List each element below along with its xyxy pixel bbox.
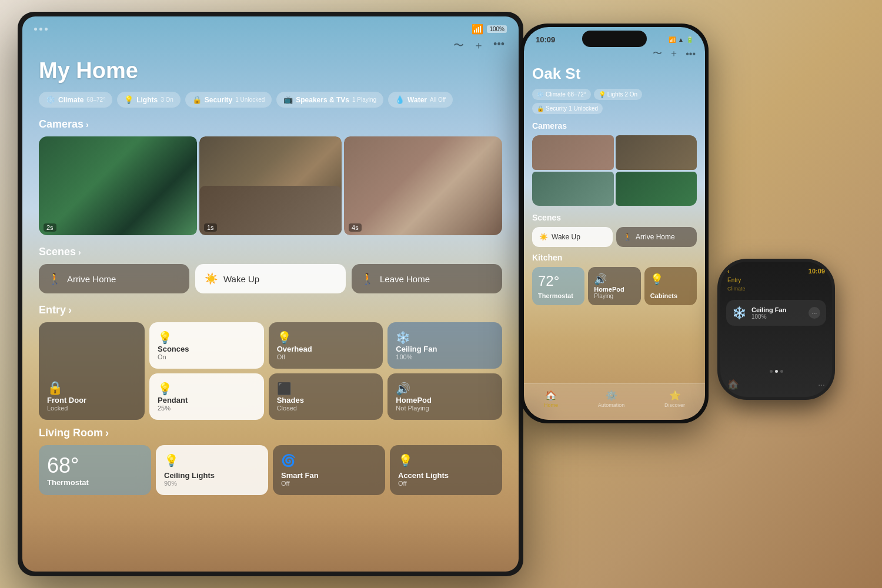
phone-scene-arrive-home[interactable]: 🚶 Arrive Home <box>616 227 697 247</box>
cameras-grid: 2s 3s 1s 4s <box>39 136 502 235</box>
phone-time: 10:09 <box>536 35 555 44</box>
pill-security[interactable]: 🔒 Security 1 Unlocked <box>185 92 272 108</box>
ceiling-lights-name: Ceiling Lights <box>164 471 260 480</box>
climate-sub: 68–72° <box>86 96 105 103</box>
overhead-status: Off <box>277 353 375 360</box>
watch-header: ‹ 10:09 <box>720 262 832 277</box>
watch-device-card[interactable]: ❄️ Ceiling Fan 100% ··· <box>726 300 826 326</box>
camera-living[interactable]: 4s <box>344 136 502 235</box>
phone-tab-discover[interactable]: ⭐ Discover <box>664 390 685 408</box>
phone-cam-3[interactable] <box>532 172 614 206</box>
phone-wifi-icon: ▲ <box>678 36 684 43</box>
home-tab-icon: 🏠 <box>545 390 557 401</box>
phone-cam-4[interactable] <box>616 172 697 206</box>
phone-homepod-card[interactable]: 🔊 HomePod Playing <box>588 267 640 305</box>
watch-back-button[interactable]: ‹ <box>727 268 730 275</box>
phone-battery-icon: 🔋 <box>686 36 693 43</box>
watch-more-button[interactable]: ··· <box>808 307 820 319</box>
phone-cam-4-bg <box>616 172 697 206</box>
pill-water[interactable]: 💧 Water All Off <box>388 92 453 108</box>
climate-label: Climate <box>58 96 83 104</box>
front-door-card[interactable]: 🔒 Front Door Locked <box>39 322 145 420</box>
phone-wave-icon[interactable]: 〜 <box>653 48 662 60</box>
phone-wake-icon: ☀️ <box>539 233 548 241</box>
water-icon: 💧 <box>395 95 405 104</box>
phone-security-label: Security <box>546 105 567 112</box>
phone-lights-icon: 💡 <box>599 91 606 98</box>
scenes-section-header[interactable]: Scenes › <box>39 246 502 258</box>
living-cam-bg <box>344 136 502 235</box>
homepod-name: HomePod <box>396 396 494 405</box>
thermostat-card[interactable]: 68° Thermostat <box>39 445 151 495</box>
watch-more-dots[interactable]: ··· <box>818 380 825 389</box>
phone-cabinets-icon: 💡 <box>650 273 691 286</box>
scene-leave-home[interactable]: 🚶 Leave Home <box>352 264 502 293</box>
security-sub: 1 Unlocked <box>235 96 265 103</box>
more-icon[interactable]: ••• <box>493 38 505 52</box>
pool-cam-bg <box>39 136 197 235</box>
phone-arrive-label: Arrive Home <box>636 233 675 241</box>
phone-thermostat-card[interactable]: 72° Thermostat <box>532 267 584 305</box>
camera-garage[interactable]: 3s 1s <box>199 136 342 235</box>
pill-lights[interactable]: 💡 Lights 3 On <box>117 92 181 108</box>
watch-device-value: 100% <box>751 313 804 320</box>
phone-add-icon[interactable]: ＋ <box>669 48 679 60</box>
camera-gym[interactable]: 1s <box>199 186 342 235</box>
speakers-sub: 1 Playing <box>352 96 376 103</box>
phone-cabinets-card[interactable]: 💡 Cabinets <box>644 267 697 305</box>
add-icon[interactable]: ＋ <box>473 38 484 52</box>
tablet-toolbar: 〜 ＋ ••• <box>22 38 519 58</box>
scene-wake-up[interactable]: ☀️ Wake Up <box>195 264 346 293</box>
phone-cam-3-bg <box>532 172 614 206</box>
smart-fan-name: Smart Fan <box>281 471 377 480</box>
cameras-section-header[interactable]: Cameras › <box>39 118 502 131</box>
phone-scene-wake-up[interactable]: ☀️ Wake Up <box>532 227 613 247</box>
sconces-card[interactable]: 💡 Sconces On <box>149 322 264 369</box>
ceiling-lights-card[interactable]: 💡 Ceiling Lights 90% <box>156 445 268 495</box>
phone-more-icon[interactable]: ••• <box>686 49 696 59</box>
phone-tab-automation[interactable]: ⚙️ Automation <box>598 390 625 408</box>
tablet-signal-icon: 📶 <box>472 24 483 35</box>
smart-fan-card[interactable]: 🌀 Smart Fan Off <box>273 445 385 495</box>
phone-kitchen-label: Kitchen <box>532 253 697 262</box>
thermostat-temp: 68° <box>47 453 143 478</box>
water-sub: All Off <box>430 96 446 103</box>
living-room-header[interactable]: Living Room › <box>39 427 502 439</box>
ceiling-fan-card[interactable]: ❄️ Ceiling Fan 100% <box>387 322 502 369</box>
phone-cameras-label[interactable]: Cameras <box>532 121 697 131</box>
phone-pill-lights[interactable]: 💡 Lights 2 On <box>594 89 642 100</box>
watch-card-info: Ceiling Fan 100% <box>751 306 804 320</box>
tablet-title: My Home <box>39 58 502 83</box>
watch-device-icon: ❄️ <box>732 306 747 320</box>
pill-climate[interactable]: ❄️ Climate 68–72° <box>39 92 112 108</box>
watch-device-name: Ceiling Fan <box>751 306 804 313</box>
pill-speakers[interactable]: 📺 Speakers & TVs 1 Playing <box>276 92 383 108</box>
phone-scenes-label[interactable]: Scenes <box>532 213 697 222</box>
pendant-card[interactable]: 💡 Pendant 25% <box>149 373 264 420</box>
shades-card[interactable]: ⬛ Shades Closed <box>269 373 383 420</box>
phone-pill-climate[interactable]: ❄️ Climate 68–72° <box>532 89 591 100</box>
front-door-icon: 🔒 <box>47 380 136 396</box>
homepod-card[interactable]: 🔊 HomePod Not Playing <box>387 373 502 420</box>
phone-status-icons: 📶 ▲ 🔋 <box>669 36 693 43</box>
living-cam-label: 4s <box>349 223 362 232</box>
overhead-card[interactable]: 💡 Overhead Off <box>269 322 383 369</box>
climate-icon: ❄️ <box>46 95 55 104</box>
wave-icon[interactable]: 〜 <box>453 38 464 52</box>
entry-section-header[interactable]: Entry › <box>39 304 502 316</box>
tablet-screen: 📶 100% 〜 ＋ ••• My Home ❄️ Climate 68–72°… <box>22 16 519 572</box>
phone-cam-2[interactable] <box>616 135 697 170</box>
phone-cam-1[interactable] <box>532 135 614 170</box>
phone-tab-home[interactable]: 🏠 Home <box>544 390 558 408</box>
watch-dot-3 <box>780 370 783 373</box>
entry-devices-grid: 🔒 Front Door Locked 💡 Sconces On <box>39 322 502 420</box>
phone-content: Oak St ❄️ Climate 68–72° 💡 Lights 2 On 🔒… <box>524 65 705 305</box>
camera-pool[interactable]: 2s <box>39 136 197 235</box>
phone-pill-security[interactable]: 🔒 Security 1 Unlocked <box>532 103 603 114</box>
ceiling-lights-status: 90% <box>164 480 260 487</box>
scene-arrive-home[interactable]: 🚶 Arrive Home <box>39 264 189 293</box>
speakers-label: Speakers & TVs <box>296 96 349 104</box>
accent-lights-card[interactable]: 💡 Accent Lights Off <box>390 445 502 495</box>
watch-subsection-label: Climate <box>720 286 832 296</box>
ceiling-fan-icon: ❄️ <box>396 330 494 345</box>
